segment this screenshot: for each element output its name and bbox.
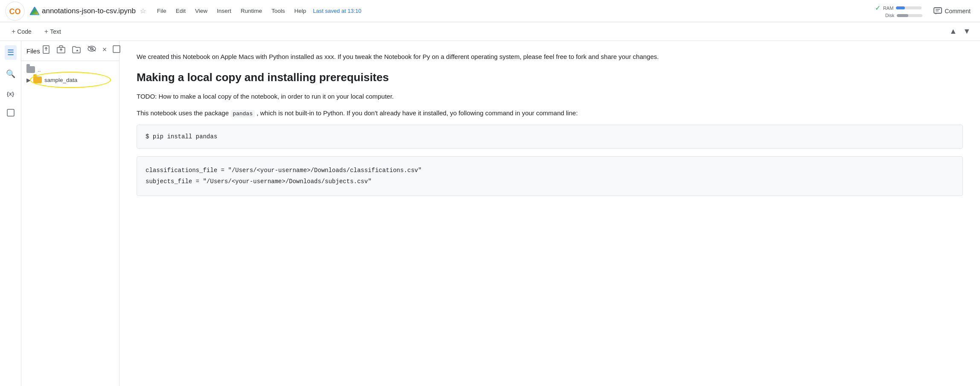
menu-bar: File Edit View Insert Runtime Tools Help… <box>153 6 362 16</box>
file-tree: .. ▶ sample_data <box>21 61 119 386</box>
menu-view[interactable]: View <box>191 6 212 16</box>
add-text-button[interactable]: + Text <box>40 25 66 38</box>
menu-tools[interactable]: Tools <box>267 6 289 16</box>
disk-label: Disk <box>885 13 894 18</box>
svg-rect-17 <box>113 46 120 53</box>
move-down-button[interactable]: ▼ <box>960 25 973 38</box>
svg-marker-3 <box>30 7 39 15</box>
section-strip-icon[interactable] <box>4 106 17 121</box>
main-layout: ☰ 🔍 {x} Files <box>0 41 980 386</box>
co-logo: CO <box>5 1 25 21</box>
drive-icon <box>30 7 39 15</box>
svg-rect-4 <box>934 8 942 13</box>
code-label: Code <box>17 28 31 35</box>
svg-marker-13 <box>76 50 79 51</box>
drive-icon-area: annotations-json-to-csv.ipynb ☆ <box>30 7 146 15</box>
parent-folder-item[interactable]: .. <box>21 64 119 75</box>
file-title: annotations-json-to-csv.ipynb <box>42 7 136 15</box>
sidebar-title: Files <box>26 47 40 55</box>
comment-button[interactable]: Comment <box>929 5 975 18</box>
resource-area: ✓ RAM Disk <box>875 4 922 18</box>
comment-icon <box>933 7 942 15</box>
todo-paragraph: TODO: How to make a local copy of the no… <box>137 91 963 102</box>
sidebar: Files <box>21 41 120 386</box>
pandas-text-1: This notebook uses the package <box>137 109 229 117</box>
parent-folder-icon <box>26 66 35 73</box>
disk-bar-bg <box>897 14 922 17</box>
new-file-icon[interactable] <box>40 44 52 57</box>
maximize-sidebar-icon[interactable] <box>111 44 122 57</box>
pip-command: $ pip install pandas <box>146 133 217 140</box>
menu-help[interactable]: Help <box>290 6 310 16</box>
star-icon[interactable]: ☆ <box>140 7 146 15</box>
text-label: Text <box>50 28 61 35</box>
svg-text:CO: CO <box>9 7 21 16</box>
upload-icon[interactable] <box>55 44 67 57</box>
topbar-right: ✓ RAM Disk Comment <box>875 4 975 18</box>
sidebar-header: Files <box>21 41 119 61</box>
ram-bar-fill <box>896 6 905 9</box>
menu-runtime[interactable]: Runtime <box>236 6 266 16</box>
toolbar2: + Code + Text ▲ ▼ <box>0 22 980 41</box>
menu-insert[interactable]: Insert <box>213 6 236 16</box>
search-strip-icon[interactable]: 🔍 <box>3 67 18 81</box>
updown-arrows: ▲ ▼ <box>947 25 973 38</box>
disk-bar-fill <box>897 14 908 17</box>
sample-data-label: sample_data <box>44 77 77 83</box>
check-icon: ✓ <box>875 4 881 12</box>
variable-strip-icon[interactable]: {x} <box>4 88 17 99</box>
subjects-line: subjects_file = "/Users/<your-username>/… <box>146 176 954 187</box>
move-up-button[interactable]: ▲ <box>947 25 960 38</box>
code-block-variables[interactable]: classifications_file = "/Users/<your-use… <box>137 156 963 196</box>
sidebar-header-icons: × <box>40 44 122 57</box>
pandas-inline-code: pandas <box>230 110 255 117</box>
disk-row: Disk <box>875 13 922 18</box>
classifications-line: classifications_file = "/Users/<your-use… <box>146 165 954 176</box>
drive-folder-icon[interactable] <box>70 44 83 57</box>
ram-bar-bg <box>896 6 922 9</box>
content-area: We created this Notebook on Apple Macs w… <box>120 41 980 386</box>
menu-file[interactable]: File <box>153 6 171 16</box>
hide-icon[interactable] <box>85 44 98 57</box>
close-sidebar-icon[interactable]: × <box>101 44 109 57</box>
plus-icon-text: + <box>44 28 48 35</box>
icon-strip: ☰ 🔍 {x} <box>0 41 21 386</box>
ram-row: ✓ RAM <box>875 4 922 12</box>
menu-edit[interactable]: Edit <box>172 6 190 16</box>
intro-text: We created this Notebook on Apple Macs w… <box>137 53 659 60</box>
top-bar: CO annotations-json-to-csv.ipynb ☆ File … <box>0 0 980 22</box>
add-code-button[interactable]: + Code <box>7 25 36 38</box>
section-heading: Making a local copy and installing prere… <box>137 71 963 84</box>
plus-icon-code: + <box>12 28 15 35</box>
menu-strip-icon[interactable]: ☰ <box>5 45 17 60</box>
chevron-right-icon: ▶ <box>26 77 31 83</box>
parent-folder-label: .. <box>38 67 41 73</box>
pandas-paragraph: This notebook uses the package pandas , … <box>137 108 963 119</box>
code-block-pip[interactable]: $ pip install pandas <box>137 125 963 149</box>
svg-rect-8 <box>7 109 14 116</box>
ram-label: RAM <box>883 6 893 11</box>
comment-label: Comment <box>945 8 971 15</box>
last-saved[interactable]: Last saved at 13:10 <box>313 8 361 14</box>
sample-data-folder-icon <box>33 76 42 83</box>
pandas-text-2: , which is not built-in to Python. If yo… <box>257 109 578 117</box>
intro-paragraph: We created this Notebook on Apple Macs w… <box>137 51 820 62</box>
sample-data-folder-item[interactable]: ▶ sample_data <box>21 75 119 85</box>
